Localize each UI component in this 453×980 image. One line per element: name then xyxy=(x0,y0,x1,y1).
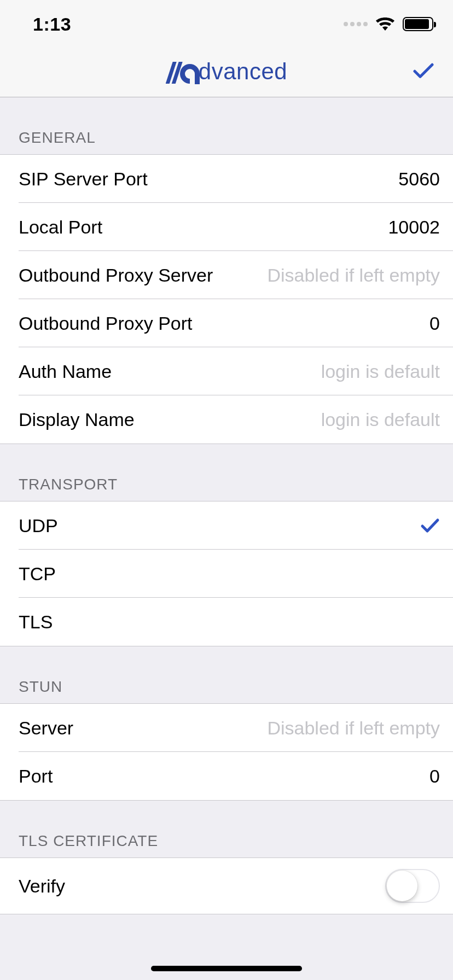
nav-bar: dvanced xyxy=(0,48,453,97)
value-local-port[interactable]: 10002 xyxy=(388,217,440,238)
wifi-icon xyxy=(375,17,395,31)
placeholder-stun-server[interactable]: Disabled if left empty xyxy=(267,718,440,739)
row-outbound-proxy-port[interactable]: Outbound Proxy Port 0 xyxy=(0,299,453,347)
placeholder-auth-name[interactable]: login is default xyxy=(321,361,440,382)
row-transport-udp[interactable]: UDP xyxy=(0,501,453,550)
label-stun-server: Server xyxy=(19,718,73,739)
row-verify[interactable]: Verify xyxy=(0,858,453,914)
label-local-port: Local Port xyxy=(19,217,102,238)
label-transport-tcp: TCP xyxy=(19,563,56,585)
section-header-general: GENERAL xyxy=(0,97,453,154)
row-display-name[interactable]: Display Name login is default xyxy=(0,395,453,444)
value-sip-server-port[interactable]: 5060 xyxy=(398,168,440,190)
label-display-name: Display Name xyxy=(19,409,135,430)
battery-icon xyxy=(403,17,433,31)
label-auth-name: Auth Name xyxy=(19,361,112,382)
group-general: SIP Server Port 5060 Local Port 10002 Ou… xyxy=(0,154,453,444)
row-transport-tls[interactable]: TLS xyxy=(0,598,453,646)
value-stun-port[interactable]: 0 xyxy=(407,766,440,787)
status-right xyxy=(344,17,433,31)
placeholder-display-name[interactable]: login is default xyxy=(321,409,440,430)
row-stun-port[interactable]: Port 0 xyxy=(0,752,453,800)
row-sip-server-port[interactable]: SIP Server Port 5060 xyxy=(0,155,453,203)
label-sip-server-port: SIP Server Port xyxy=(19,168,148,190)
nav-title-wrap: dvanced xyxy=(166,60,287,86)
done-button[interactable] xyxy=(413,62,434,81)
label-transport-udp: UDP xyxy=(19,515,58,536)
home-indicator[interactable] xyxy=(151,966,302,971)
section-header-stun: STUN xyxy=(0,646,453,703)
toggle-knob xyxy=(387,871,417,901)
status-time: 1:13 xyxy=(33,14,71,35)
placeholder-outbound-proxy-server[interactable]: Disabled if left empty xyxy=(267,265,440,286)
status-bar: 1:13 xyxy=(0,0,453,48)
checkmark-icon xyxy=(413,62,434,79)
checkmark-icon xyxy=(420,518,440,533)
section-header-transport: TRANSPORT xyxy=(0,444,453,501)
toggle-verify[interactable] xyxy=(385,869,440,903)
label-verify: Verify xyxy=(19,876,65,897)
nav-title: dvanced xyxy=(199,59,287,85)
row-stun-server[interactable]: Server Disabled if left empty xyxy=(0,704,453,752)
section-header-tls-cert: TLS CERTIFICATE xyxy=(0,801,453,858)
label-transport-tls: TLS xyxy=(19,611,53,633)
brand-logo-icon xyxy=(166,60,201,86)
row-local-port[interactable]: Local Port 10002 xyxy=(0,203,453,251)
label-stun-port: Port xyxy=(19,766,53,787)
cellular-dots-icon xyxy=(344,22,368,26)
group-tls-cert: Verify xyxy=(0,858,453,914)
row-auth-name[interactable]: Auth Name login is default xyxy=(0,347,453,395)
value-outbound-proxy-port[interactable]: 0 xyxy=(407,313,440,334)
label-outbound-proxy-server: Outbound Proxy Server xyxy=(19,265,213,286)
group-transport: UDP TCP TLS xyxy=(0,501,453,646)
group-stun: Server Disabled if left empty Port 0 xyxy=(0,703,453,801)
row-transport-tcp[interactable]: TCP xyxy=(0,550,453,598)
screen: 1:13 dva xyxy=(0,0,453,980)
label-outbound-proxy-port: Outbound Proxy Port xyxy=(19,313,193,334)
row-outbound-proxy-server[interactable]: Outbound Proxy Server Disabled if left e… xyxy=(0,251,453,299)
